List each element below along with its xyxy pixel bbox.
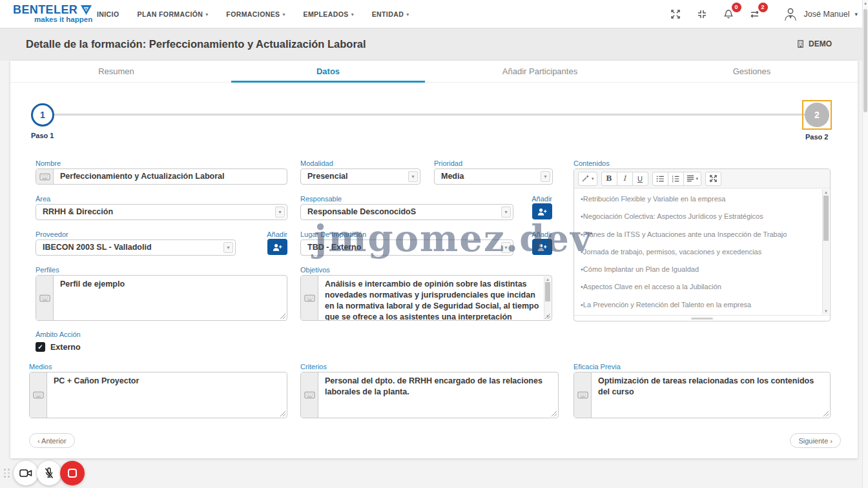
perfiles-textarea[interactable]: Perfil de ejemplo: [36, 275, 287, 321]
prioridad-select[interactable]: Media ▾: [434, 168, 553, 185]
keyboard-icon: [36, 276, 54, 320]
contenidos-content[interactable]: •Retribución Flexible y Variable en la e…: [574, 188, 830, 315]
bold-button[interactable]: B: [601, 172, 617, 186]
menu-item-plan-formacion[interactable]: PLAN FORMACIÓN ▾: [138, 10, 209, 18]
user-menu[interactable]: José Manuel ▾: [782, 6, 858, 23]
brand-tagline: makes it happen: [34, 15, 92, 23]
checkbox-checked-icon[interactable]: ✓: [36, 342, 45, 352]
scrollbar-thumb[interactable]: [863, 9, 867, 112]
menu-item-entidad[interactable]: ENTIDAD ▾: [372, 10, 409, 18]
proveedor-select[interactable]: IBECON 2003 SL - Valladolid ▾: [36, 239, 236, 256]
microphone-muted-button[interactable]: [37, 461, 61, 485]
proveedor-add-label[interactable]: Añadir: [242, 230, 287, 238]
responsable-add-button[interactable]: [532, 203, 552, 219]
editor-resize-bar[interactable]: [574, 315, 830, 321]
eficacia-previa-value: Optimización de tareas relacionadas con …: [592, 372, 830, 418]
underline-button[interactable]: U: [632, 172, 648, 186]
anterior-button[interactable]: ‹ Anterior: [29, 433, 75, 448]
area-label: Área: [36, 195, 50, 203]
app-window: BENTELER makes it happen INICIO PLAN FOR…: [0, 0, 868, 488]
tab-anadir-participantes[interactable]: Añadir Participantes: [434, 61, 646, 82]
chevron-down-icon: ▾: [854, 11, 858, 17]
chevron-down-icon: ▾: [283, 12, 285, 17]
proveedor-add-button[interactable]: [267, 239, 287, 255]
content-card: Resumen Datos Añadir Participantes Gesti…: [10, 61, 858, 458]
menu-item-label: ENTIDAD: [372, 10, 404, 18]
contenidos-label: Contenidos: [574, 159, 610, 167]
fullscreen-arrows-icon: [709, 174, 718, 183]
menu-item-inicio[interactable]: INICIO: [97, 10, 119, 18]
medios-textarea[interactable]: PC + Cañon Proyector: [29, 372, 287, 418]
lugar-add-label[interactable]: Añadir: [507, 230, 552, 238]
scroll-up-icon[interactable]: ▲: [544, 278, 551, 281]
objetivos-label: Objetivos: [300, 266, 330, 274]
externo-checkbox-row[interactable]: ✓ Externo: [36, 342, 81, 352]
scroll-down-icon[interactable]: ▼: [823, 309, 829, 313]
responsable-select[interactable]: Responsable DesconocidoS ▾: [300, 204, 513, 220]
area-select[interactable]: RRHH & Dirección ▾: [36, 204, 287, 220]
scrollbar-thumb[interactable]: [545, 282, 550, 301]
exchange-button[interactable]: 2: [747, 6, 763, 23]
notifications-button[interactable]: 0: [720, 6, 737, 23]
step-2-focus-box[interactable]: 2: [802, 100, 832, 130]
stop-recording-button[interactable]: [60, 461, 85, 485]
paragraph-align-button[interactable]: ▾: [683, 172, 702, 186]
medios-value: PC + Cañon Proyector: [47, 372, 287, 418]
menu-item-formaciones[interactable]: FORMACIONES ▾: [226, 10, 285, 18]
editor-toolbar: ▾ B I U: [574, 169, 830, 188]
lugar-imparticion-select[interactable]: TBD - Externo ▾: [300, 239, 513, 256]
list-ul-icon: [656, 175, 665, 183]
nombre-value: Perfeccionamiento y Actualización Labora…: [54, 169, 287, 184]
video-camera-icon: [19, 469, 32, 478]
modalidad-select[interactable]: Presencial ▾: [300, 168, 420, 185]
brand-triangle-icon: [80, 5, 92, 15]
page-scrollbar[interactable]: ▲: [862, 0, 868, 488]
expand-button[interactable]: [667, 6, 684, 23]
camera-button[interactable]: [14, 461, 38, 485]
page-title: Detalle de la formación: Perfeccionamien…: [26, 38, 366, 50]
drag-handle[interactable]: [4, 469, 10, 478]
person-plus-icon: [537, 207, 548, 216]
menu-item-empleados[interactable]: EMPLEADOS ▾: [304, 10, 354, 18]
benteler-logo[interactable]: BENTELER makes it happen: [13, 3, 92, 23]
person-plus-icon: [272, 243, 283, 252]
contenido-item: •Jornada de trabajo, permisos, vacacione…: [581, 247, 818, 256]
scroll-up-icon[interactable]: ▲: [823, 190, 829, 194]
responsable-add-label[interactable]: Añadir: [507, 195, 552, 203]
tab-resumen[interactable]: Resumen: [10, 61, 222, 82]
ordered-list-button[interactable]: [668, 172, 684, 186]
nombre-label: Nombre: [36, 159, 61, 167]
eficacia-previa-textarea[interactable]: Optimización de tareas relacionadas con …: [574, 372, 831, 418]
scrollbar-thumb[interactable]: [823, 196, 829, 241]
objetivos-scrollbar[interactable]: ▲ ▼: [544, 276, 551, 320]
lugar-imparticion-value: TBD - Externo: [301, 240, 501, 255]
exchange-arrows-icon: [749, 9, 760, 19]
contenido-item: •Aspectos Clave en el acceso a la Jubila…: [581, 282, 818, 291]
compress-button[interactable]: [694, 6, 710, 23]
lugar-add-button[interactable]: [532, 239, 552, 255]
contenido-item: •Planes de la ITSS y Actuaciones ante un…: [581, 230, 818, 239]
scroll-down-icon[interactable]: ▼: [544, 314, 551, 318]
criterios-textarea[interactable]: Personal del dpto. de RRHH encargado de …: [300, 372, 559, 418]
editor-scrollbar[interactable]: ▲ ▼: [822, 189, 829, 314]
scroll-up-icon[interactable]: ▲: [863, 1, 868, 5]
magic-wand-icon: [581, 174, 590, 183]
italic-button[interactable]: I: [617, 172, 633, 186]
tab-datos[interactable]: Datos: [222, 61, 434, 82]
bell-icon: [723, 9, 734, 19]
unordered-list-button[interactable]: [652, 172, 668, 186]
chevron-down-icon: ▾: [501, 242, 511, 253]
siguiente-button[interactable]: Siguiente ›: [790, 433, 841, 448]
objetivos-textarea[interactable]: Análisis e intercambio de opinión sobre …: [300, 275, 552, 321]
contenidos-editor: ▾ B I U: [574, 168, 831, 321]
step-1-circle[interactable]: 1: [31, 103, 54, 127]
style-magic-button[interactable]: ▾: [578, 172, 597, 186]
chevron-down-icon: ▾: [696, 176, 699, 181]
tab-gestiones[interactable]: Gestiones: [646, 61, 858, 82]
chevron-down-icon: ▾: [541, 171, 550, 182]
fullscreen-button[interactable]: [705, 172, 721, 186]
nombre-input[interactable]: Perfeccionamiento y Actualización Labora…: [36, 168, 287, 185]
navbar-actions: 0 2 José Ma: [667, 0, 858, 28]
step-1-label: Paso 1: [31, 132, 54, 139]
modalidad-label: Modalidad: [300, 159, 333, 167]
